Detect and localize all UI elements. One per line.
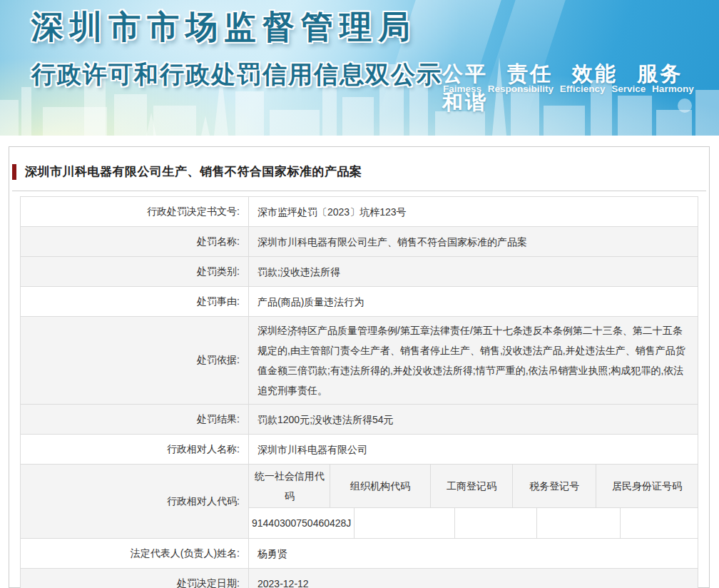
table-row-penalty-name: 处罚名称: 深圳市川科电器有限公司生产、销售不符合国家标准的产品案 (21, 227, 698, 257)
col-header-business-reg-code: 工商登记码 (431, 465, 514, 507)
agency-title: 深圳市市场监督管理局 (31, 6, 417, 49)
col-header-id-number: 居民身份证号码 (596, 465, 698, 507)
code-subtable-value-row: 91440300750460428J (249, 508, 698, 538)
row-label: 行政处罚决定书文号: (21, 197, 249, 226)
row-label: 行政相对人代码: (21, 465, 249, 538)
case-title-block: 深圳市川科电器有限公司生产、销售不符合国家标准的产品案 (12, 163, 698, 180)
table-row-penalty-category: 处罚类别: 罚款;没收违法所得 (21, 257, 698, 287)
row-label: 行政相对人名称: (21, 435, 249, 464)
title-divider (12, 191, 706, 191)
business-reg-code-value (455, 508, 538, 538)
content-card: 深圳市川科电器有限公司生产、销售不符合国家标准的产品案 行政处罚决定书文号: 深… (9, 146, 710, 588)
table-row-penalty-result: 处罚结果: 罚款1200元;没收违法所得54元 (21, 405, 698, 435)
row-value: 统一社会信用代码 组织机构代码 工商登记码 税务登记号 居民身份证号码 9144… (249, 465, 698, 538)
table-row-penalty-basis: 处罚依据: 深圳经济特区产品质量管理条例/第五章法律责任/第五十七条违反本条例第… (21, 317, 698, 405)
case-title: 深圳市川科电器有限公司生产、销售不符合国家标准的产品案 (25, 163, 362, 180)
motto-english: Faimess Responsibility Efficiency Servic… (443, 83, 694, 94)
row-value: 深圳经济特区产品质量管理条例/第五章法律责任/第五十七条违反本条例第二十三条、第… (249, 317, 698, 404)
banner-subtitle: 行政许可和行政处罚信用信息双公示 (31, 59, 442, 91)
penalty-info-table: 行政处罚决定书文号: 深市监坪处罚〔2023〕坑梓123号 处罚名称: 深圳市川… (20, 196, 698, 588)
row-value: 深圳市川科电器有限公司 (249, 435, 698, 464)
table-row-decision-date: 处罚决定日期: 2023-12-12 (21, 569, 698, 588)
table-row-counterpart-codes: 行政相对人代码: 统一社会信用代码 组织机构代码 工商登记码 税务登记号 居民身… (21, 465, 698, 539)
col-header-tax-reg-code: 税务登记号 (513, 465, 596, 507)
table-row-decision-number: 行政处罚决定书文号: 深市监坪处罚〔2023〕坑梓123号 (21, 197, 698, 227)
row-label: 法定代表人(负责人)姓名: (21, 539, 249, 568)
tax-reg-code-value (537, 508, 620, 538)
row-label: 处罚结果: (21, 405, 249, 434)
row-label: 处罚决定日期: (21, 569, 249, 588)
row-label: 处罚类别: (21, 257, 249, 286)
row-value: 杨勇贤 (249, 539, 698, 568)
unified-credit-code-value: 91440300750460428J (249, 508, 355, 538)
row-value: 2023-12-12 (249, 569, 698, 588)
site-banner: 深圳市市场监督管理局 行政许可和行政处罚信用信息双公示 公平 责任 效能 服务 … (0, 0, 719, 136)
row-value: 深市监坪处罚〔2023〕坑梓123号 (249, 197, 698, 226)
row-value: 罚款1200元;没收违法所得54元 (249, 405, 698, 434)
row-label: 处罚依据: (21, 317, 249, 404)
table-row-penalty-reason: 处罚事由: 产品(商品)质量违法行为 (21, 287, 698, 317)
code-subtable: 统一社会信用代码 组织机构代码 工商登记码 税务登记号 居民身份证号码 9144… (249, 465, 698, 538)
id-number-value (621, 508, 698, 538)
row-value: 罚款;没收违法所得 (249, 257, 698, 286)
row-value: 深圳市川科电器有限公司生产、销售不符合国家标准的产品案 (249, 227, 698, 256)
row-label: 处罚事由: (21, 287, 249, 316)
title-accent-bar (12, 164, 16, 180)
row-value: 产品(商品)质量违法行为 (249, 287, 698, 316)
col-header-unified-credit-code: 统一社会信用代码 (249, 465, 330, 507)
table-row-legal-representative: 法定代表人(负责人)姓名: 杨勇贤 (21, 539, 698, 569)
col-header-org-code: 组织机构代码 (330, 465, 430, 507)
row-label: 处罚名称: (21, 227, 249, 256)
code-subtable-header-row: 统一社会信用代码 组织机构代码 工商登记码 税务登记号 居民身份证号码 (249, 465, 698, 508)
table-row-counterpart-name: 行政相对人名称: 深圳市川科电器有限公司 (21, 435, 698, 465)
org-code-value (355, 508, 454, 538)
